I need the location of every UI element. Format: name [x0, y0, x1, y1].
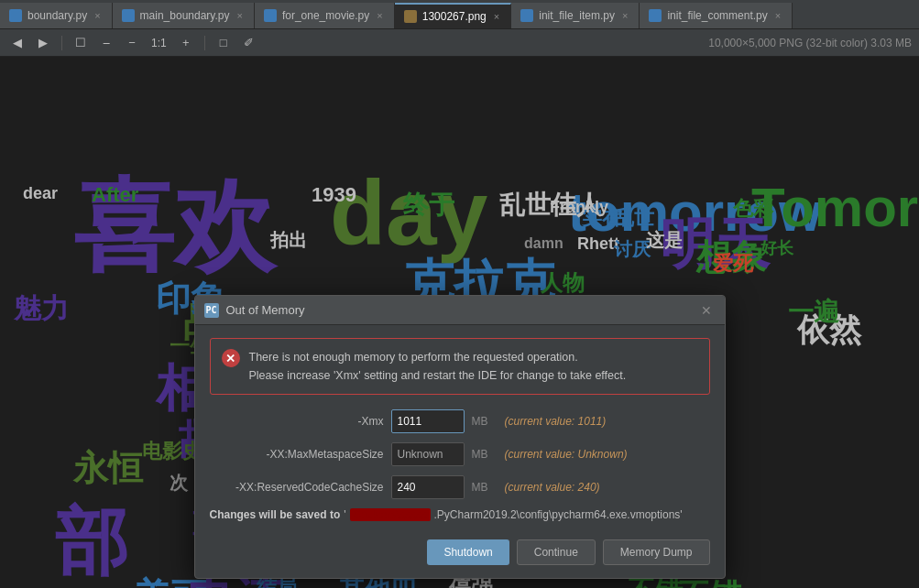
dialog-title-text: Out of Memory	[226, 303, 690, 317]
toolbar: ◀ ▶ ☐ ‒ − 1:1 + □ ✐ 10,000×5,000 PNG (32…	[0, 29, 919, 57]
max-metaspace-label: -XX:MaxMetaspaceSize	[210, 448, 384, 461]
max-metaspace-current-value: (current value: Unknown)	[505, 448, 628, 461]
max-metaspace-unit: MB	[472, 448, 498, 461]
fit-width-btn[interactable]: ‒	[96, 33, 116, 53]
xmx-input[interactable]	[391, 409, 465, 433]
save-path-redacted: C:\Users\xxxxx	[350, 508, 431, 521]
xmx-unit: MB	[472, 415, 498, 428]
zoom-out-btn[interactable]: −	[122, 33, 142, 53]
tab-label: for_one_movie.py	[282, 9, 369, 22]
error-message-box: ✕ There is not enough memory to perform …	[210, 338, 710, 395]
reserved-code-cache-unit: MB	[472, 481, 498, 494]
tab-close-btn[interactable]: ×	[492, 10, 501, 23]
tab-label: boundary.py	[27, 9, 87, 22]
xmx-current-value: (current value: 1011)	[505, 415, 607, 428]
dialog-close-button[interactable]: ✕	[697, 301, 716, 320]
tab-close-btn[interactable]: ×	[93, 9, 102, 22]
save-path-suffix: .PyCharm2019.2\config\pycharm64.exe.vmop…	[434, 508, 683, 521]
tab-label: init_file_comment.py	[667, 9, 767, 22]
tab-close-btn[interactable]: ×	[375, 9, 384, 22]
prev-image-btn[interactable]: ◀	[7, 33, 27, 53]
tab-bar: boundary.py × main_boundary.py × for_one…	[0, 0, 919, 29]
save-path-row: Changes will be saved to ' C:\Users\xxxx…	[210, 508, 710, 521]
tab-png-icon	[404, 10, 417, 23]
file-info: 10,000×5,000 PNG (32-bit color) 3.03 MB	[708, 37, 912, 49]
reserved-code-cache-row: -XX:ReservedCodeCacheSize MB (current va…	[210, 475, 710, 499]
tab-py-icon	[264, 9, 277, 22]
tab-label: 1300267.png	[422, 10, 487, 23]
save-path-label: Changes will be saved to	[210, 508, 341, 521]
tab-close-btn[interactable]: ×	[620, 9, 629, 22]
tab-init-file-item-py[interactable]: init_file_item.py ×	[511, 3, 640, 28]
continue-button[interactable]: Continue	[517, 539, 596, 565]
shutdown-button[interactable]: Shutdown	[427, 539, 509, 565]
color-picker-btn[interactable]: ✐	[239, 33, 259, 53]
error-icon: ✕	[222, 349, 240, 367]
tab-label: main_boundary.py	[140, 9, 230, 22]
zoom-level: 1:1	[148, 37, 170, 49]
error-text: There is not enough memory to perform th…	[249, 348, 627, 385]
actual-size-btn[interactable]: □	[213, 33, 234, 53]
xmx-row: -Xmx MB (current value: 1011)	[210, 409, 710, 433]
tab-py-icon	[9, 9, 22, 22]
tab-for-one-movie-py[interactable]: for_one_movie.py ×	[255, 3, 395, 28]
tab-main-boundary-py[interactable]: main_boundary.py ×	[113, 3, 255, 28]
toolbar-separator	[61, 36, 62, 50]
button-row: Shutdown Continue Memory Dump	[210, 536, 710, 565]
tab-close-btn[interactable]: ×	[773, 9, 782, 22]
reserved-code-cache-input[interactable]	[391, 475, 465, 499]
reserved-code-cache-current-value: (current value: 240)	[505, 481, 600, 494]
reserved-code-cache-label: -XX:ReservedCodeCacheSize	[210, 481, 384, 494]
xmx-label: -Xmx	[210, 415, 384, 428]
zoom-in-btn[interactable]: +	[176, 33, 196, 53]
out-of-memory-dialog: PC Out of Memory ✕ ✕ There is not enough…	[194, 295, 726, 579]
tab-init-file-comment-py[interactable]: init_file_comment.py ×	[640, 3, 793, 28]
tab-1300267-png[interactable]: 1300267.png ×	[395, 3, 512, 28]
tab-py-icon	[649, 9, 662, 22]
toolbar-separator2	[204, 36, 205, 50]
dialog-title-icon: PC	[204, 303, 219, 318]
max-metaspace-row: -XX:MaxMetaspaceSize MB (current value: …	[210, 442, 710, 466]
fit-page-btn[interactable]: ☐	[71, 33, 91, 53]
dialog-body: ✕ There is not enough memory to perform …	[195, 325, 725, 578]
tab-py-icon	[122, 9, 135, 22]
save-path-quote: '	[344, 508, 345, 521]
tab-label: init_file_item.py	[539, 9, 615, 22]
max-metaspace-input[interactable]	[391, 442, 465, 466]
tab-close-btn[interactable]: ×	[235, 9, 244, 22]
tab-boundary-py[interactable]: boundary.py ×	[0, 3, 113, 28]
memory-dump-button[interactable]: Memory Dump	[603, 539, 710, 565]
next-image-btn[interactable]: ▶	[33, 33, 53, 53]
tab-py-icon	[520, 9, 533, 22]
dialog-title-bar: PC Out of Memory ✕	[195, 296, 725, 325]
dialog-overlay: PC Out of Memory ✕ ✕ There is not enough…	[0, 57, 919, 588]
